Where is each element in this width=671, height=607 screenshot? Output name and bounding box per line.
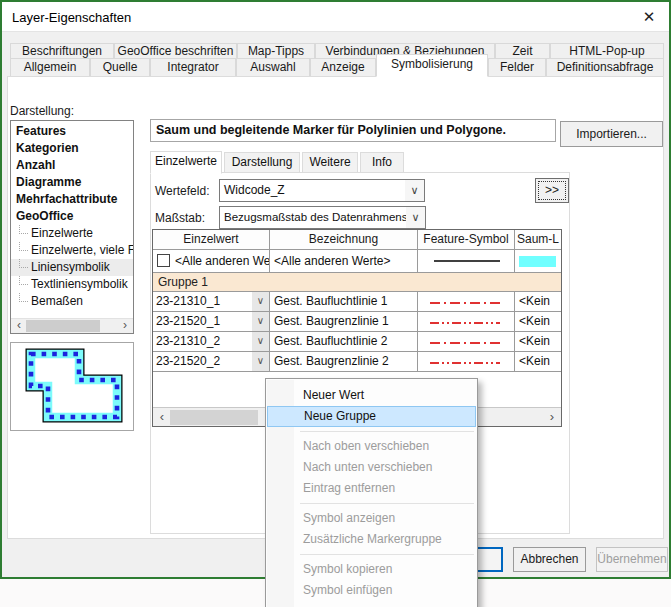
value-combobox[interactable]: 23-21310_2 ∨ — [153, 332, 270, 352]
col-header-saum-l: Saum-L — [515, 230, 561, 250]
bezeichnung-cell[interactable]: Gest. Baugrenzlinie 2 — [270, 352, 418, 372]
menu-item-nach-unten-verschieben[interactable]: Nach unten verschieben — [266, 457, 477, 478]
red-dash-dot-dot-line-icon[interactable] — [418, 312, 515, 332]
inner-tab-einzelwerte[interactable]: Einzelwerte — [150, 151, 222, 174]
tree-item-textliniensymbolik[interactable]: Textliniensymbolik — [11, 276, 133, 293]
value-combobox[interactable]: 23-21310_1 ∨ — [153, 292, 270, 312]
massstab-combobox[interactable]: Bezugsmaßstab des Datenrahmens ∨ — [219, 206, 426, 229]
bezeichnung-cell[interactable]: Gest. Baugrenzlinie 1 — [270, 312, 418, 332]
menu-item-eintrag-entfernen[interactable]: Eintrag entfernen — [266, 478, 477, 499]
group-row[interactable]: Gruppe 1 — [153, 273, 561, 292]
symbology-description: Saum und begleitende Marker für Polylini… — [150, 119, 556, 142]
darstellung-tree: Features Kategorien Anzahl Diagramme Meh… — [10, 120, 134, 334]
tree-item-anzahl[interactable]: Anzahl — [11, 157, 133, 174]
value-row-2: 23-21520_1 ∨ Gest. Baugrenzlinie 1 <Kein — [153, 312, 561, 332]
inner-tab-darstellung[interactable]: Darstellung — [224, 152, 300, 173]
red-dash-dot-dot-line-icon[interactable] — [418, 352, 515, 372]
value-row-4: 23-21520_2 ∨ Gest. Baugrenzlinie 2 <Kein — [153, 352, 561, 372]
close-icon[interactable]: ✕ — [639, 7, 659, 27]
tree-item-kategorien[interactable]: Kategorien — [11, 140, 133, 157]
tree-item-einzelwerte-viele-felder[interactable]: Einzelwerte, viele Felder — [11, 242, 133, 259]
menu-item-zusaetzliche-markergruppe[interactable]: Zusätzliche Markergruppe — [266, 529, 477, 550]
tree-item-liniensymbolik[interactable]: Liniensymbolik — [11, 259, 133, 276]
wertefeld-value: Widcode_Z — [224, 183, 285, 197]
bezeichnung-cell[interactable]: Gest. Baufluchtlinie 1 — [270, 292, 418, 312]
tree-item-diagramme[interactable]: Diagramme — [11, 174, 133, 191]
apply-button[interactable]: Übernehmen — [596, 547, 668, 572]
cyan-swatch-icon — [519, 256, 556, 267]
tree-item-bemassen[interactable]: Bemaßen — [11, 293, 133, 310]
menu-separator — [300, 503, 474, 504]
wertefeld-label: Wertefeld: — [155, 184, 209, 198]
scroll-left-icon[interactable]: ‹ — [12, 319, 26, 333]
menu-item-neue-gruppe[interactable]: Neue Gruppe — [267, 406, 476, 427]
context-menu: Neuer Wert Neue Gruppe Nach oben verschi… — [265, 378, 478, 607]
chevron-down-icon[interactable]: ∨ — [252, 312, 269, 331]
tree-item-einzelwerte[interactable]: Einzelwerte — [11, 225, 133, 242]
menu-separator — [300, 431, 474, 432]
cyan-saum-swatch[interactable] — [515, 250, 561, 273]
saum-cell[interactable]: <Kein — [515, 292, 561, 312]
red-dash-dot-line-icon[interactable] — [418, 332, 515, 352]
saum-cell[interactable]: <Kein — [515, 312, 561, 332]
scrollbar-thumb[interactable] — [26, 320, 100, 332]
tree-horizontal-scrollbar[interactable]: ‹ › — [11, 318, 133, 333]
chevron-down-icon[interactable]: ∨ — [252, 352, 269, 371]
tab-integrator[interactable]: Integrator — [150, 58, 236, 77]
inner-tab-weitere[interactable]: Weitere — [302, 152, 358, 173]
tree-item-mehrfachattribute[interactable]: Mehrfachattribute — [11, 191, 133, 208]
screen: Layer-Eigenschaften ✕ Beschriftungen Geo… — [0, 0, 671, 607]
all-other-checkbox[interactable] — [157, 254, 170, 267]
menu-item-nach-oben-verschieben[interactable]: Nach oben verschieben — [266, 436, 477, 457]
scrollbar-thumb[interactable] — [170, 410, 258, 425]
tab-anzeige[interactable]: Anzeige — [310, 58, 376, 77]
bezeichnung-cell[interactable]: Gest. Baufluchtlinie 2 — [270, 332, 418, 352]
menu-item-symbol-einfuegen[interactable]: Symbol einfügen — [266, 580, 477, 601]
massstab-value: Bezugsmaßstab des Datenrahmens — [224, 211, 407, 223]
tab-felder[interactable]: Felder — [488, 58, 546, 77]
value-combobox[interactable]: 23-21520_2 ∨ — [153, 352, 270, 372]
all-other-values-row: <Alle anderen Werte> <Alle anderen Werte… — [153, 250, 561, 273]
tree-item-geooffice[interactable]: GeoOffice — [11, 208, 133, 225]
all-other-bezeichnung-cell[interactable]: <Alle anderen Werte> — [270, 250, 418, 273]
menu-item-symbol-kopieren[interactable]: Symbol kopieren — [266, 559, 477, 580]
wertefeld-combobox[interactable]: Widcode_Z ∨ — [219, 179, 425, 202]
all-other-einzelwert-cell[interactable]: <Alle anderen Werte> — [153, 250, 270, 273]
saum-cell[interactable]: <Kein — [515, 352, 561, 372]
col-header-einzelwert: Einzelwert — [153, 230, 270, 250]
menu-separator — [300, 554, 474, 555]
scroll-left-icon[interactable]: ‹ — [154, 409, 170, 425]
chevron-down-icon[interactable]: ∨ — [252, 292, 269, 311]
tab-quelle[interactable]: Quelle — [90, 58, 150, 77]
value-row-1: 23-21310_1 ∨ Gest. Baufluchtlinie 1 <Kei… — [153, 292, 561, 312]
tree-item-features[interactable]: Features — [11, 123, 133, 140]
tab-allgemein[interactable]: Allgemein — [10, 58, 90, 77]
expand-button[interactable]: >> — [535, 178, 569, 203]
value-row-3: 23-21310_2 ∨ Gest. Baufluchtlinie 2 <Kei… — [153, 332, 561, 352]
darstellung-label: Darstellung: — [10, 104, 74, 118]
red-dash-dot-line-icon[interactable] — [418, 292, 515, 312]
window-title: Layer-Eigenschaften — [12, 10, 131, 25]
cancel-button[interactable]: Abbrechen — [513, 547, 586, 572]
titlebar: Layer-Eigenschaften ✕ — [2, 2, 669, 32]
chevron-down-icon[interactable]: ∨ — [406, 207, 425, 228]
scroll-right-icon[interactable]: › — [118, 319, 132, 333]
tab-auswahl[interactable]: Auswahl — [236, 58, 310, 77]
menu-item-symbol-anzeigen[interactable]: Symbol anzeigen — [266, 508, 477, 529]
menu-item-neuer-wert[interactable]: Neuer Wert — [266, 385, 477, 406]
chevron-down-icon[interactable]: ∨ — [252, 332, 269, 351]
chevron-down-icon[interactable]: ∨ — [405, 180, 424, 201]
value-combobox[interactable]: 23-21520_1 ∨ — [153, 312, 270, 332]
col-header-feature-symbol: Feature-Symbol — [418, 230, 515, 250]
tab-symbolisierung[interactable]: Symbolisierung — [376, 54, 488, 77]
polygon-symbol-icon — [11, 343, 133, 430]
massstab-label: Maßstab: — [155, 211, 205, 225]
scroll-right-icon[interactable]: › — [544, 409, 560, 425]
grid-header-row: Einzelwert Bezeichnung Feature-Symbol Sa… — [153, 230, 561, 250]
saum-cell[interactable]: <Kein — [515, 332, 561, 352]
tab-definitionsabfrage[interactable]: Definitionsabfrage — [546, 58, 664, 77]
solid-black-line-icon[interactable] — [418, 250, 515, 273]
import-button[interactable]: Importieren... — [560, 121, 663, 147]
symbol-preview — [10, 342, 134, 431]
inner-tab-info[interactable]: Info — [360, 152, 404, 173]
